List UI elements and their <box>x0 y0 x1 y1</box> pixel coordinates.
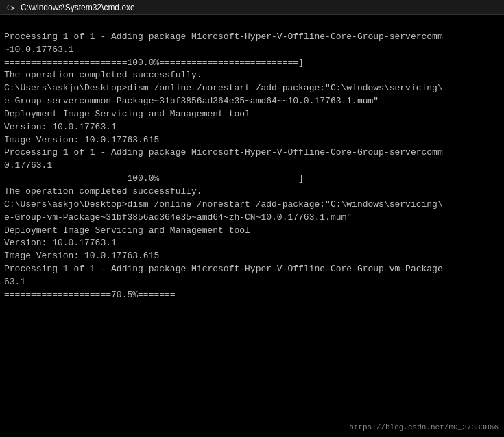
terminal-line: Image Version: 10.0.17763.615 <box>4 250 500 263</box>
terminal-line: 63.1 <box>4 276 500 289</box>
terminal-line: The operation completed successfully. <box>4 69 500 82</box>
terminal-line: Processing 1 of 1 - Adding package Micro… <box>4 263 500 276</box>
terminal-line: Version: 10.0.17763.1 <box>4 237 500 250</box>
terminal-line: Processing 1 of 1 - Adding package Micro… <box>4 31 500 44</box>
terminal-line: e-Group-servercommon-Package~31bf3856ad3… <box>4 95 500 108</box>
terminal-line: e-Group-vm-Package~31bf3856ad364e35~amd6… <box>4 212 500 225</box>
terminal-line: Deployment Image Servicing and Managemen… <box>4 225 500 238</box>
title-bar: C> C:\windows\System32\cmd.exe <box>0 0 504 15</box>
terminal-line: Version: 10.0.17763.1 <box>4 121 500 134</box>
terminal-line: =======================100.0%===========… <box>4 173 500 186</box>
terminal-line: The operation completed successfully. <box>4 186 500 199</box>
cmd-icon: C> <box>5 2 16 13</box>
terminal-line: Deployment Image Servicing and Managemen… <box>4 108 500 121</box>
terminal-output: Processing 1 of 1 - Adding package Micro… <box>0 15 504 437</box>
watermark: https://blog.csdn.net/m0_37383866 <box>349 423 499 432</box>
svg-text:C>: C> <box>7 4 15 12</box>
terminal-line: 0.17763.1 <box>4 160 500 173</box>
terminal-line: Processing 1 of 1 - Adding package Micro… <box>4 147 500 160</box>
terminal-line: C:\Users\askjo\Desktop>dism /online /nor… <box>4 199 500 212</box>
terminal-line: Image Version: 10.0.17763.615 <box>4 134 500 147</box>
terminal-line: ====================70.5%======= <box>4 289 500 302</box>
terminal-line: ~10.0.17763.1 <box>4 44 500 57</box>
window-title: C:\windows\System32\cmd.exe <box>21 3 135 12</box>
terminal-line: C:\Users\askjo\Desktop>dism /online /nor… <box>4 82 500 95</box>
terminal-line: =======================100.0%===========… <box>4 57 500 70</box>
